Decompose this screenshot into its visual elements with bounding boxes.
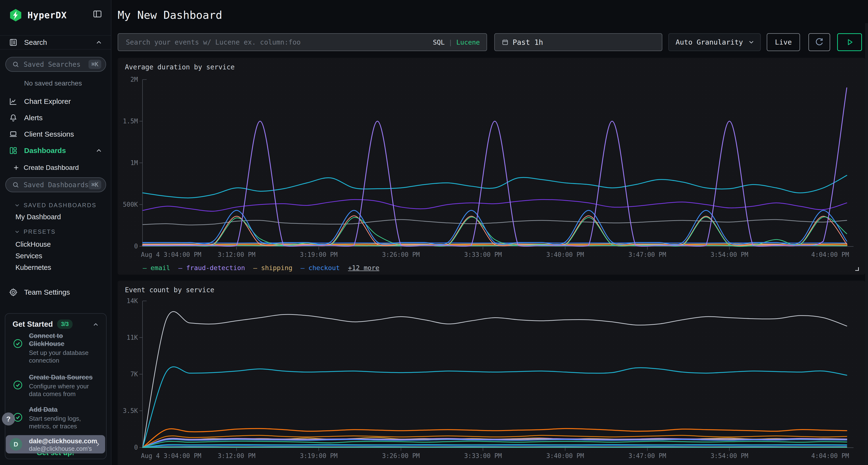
x-tick-mark	[483, 447, 483, 451]
presets-section-header[interactable]: PRESETS	[14, 228, 56, 235]
checklist-item-title: Create Data Sources	[29, 373, 99, 381]
x-tick-label: 3:47:00 PM	[628, 251, 666, 258]
sidebar-item-kubernetes[interactable]: Kubernetes	[16, 264, 51, 271]
user-org: dale@clickhouse.com's	[29, 445, 92, 452]
lucene-mode-button[interactable]: Lucene	[456, 38, 480, 46]
sidebar-collapse-icon[interactable]	[92, 9, 103, 19]
x-tick-label: 3:12:00 PM	[218, 251, 255, 258]
x-tick-mark	[401, 447, 401, 451]
run-query-button[interactable]	[837, 33, 862, 51]
sidebar-item-services[interactable]: Services	[16, 252, 42, 260]
chevron-up-icon[interactable]	[95, 38, 103, 46]
checklist-item-desc: Set up your database connection	[29, 349, 99, 365]
live-button[interactable]: Live	[767, 33, 800, 51]
sidebar-item-dashboards[interactable]: Dashboards	[0, 143, 111, 158]
event-search-input[interactable]: Search your events w/ Lucene ex. column:…	[118, 33, 487, 51]
saved-dashboards-input[interactable]: Saved Dashboards ⌘K	[5, 177, 106, 192]
brand-title: HyperDX	[28, 10, 67, 21]
refresh-button[interactable]	[808, 33, 830, 51]
shortcut-badge: ⌘K	[89, 180, 101, 189]
check-circle-icon	[12, 380, 23, 390]
series-line	[143, 439, 847, 447]
gear-icon	[9, 288, 18, 297]
time-range-picker[interactable]: Past 1h	[494, 33, 662, 51]
sidebar: HyperDX Search Saved Searches ⌘K No save…	[0, 0, 112, 465]
checklist-item-connect[interactable]: Connect to ClickHouse Set up your databa…	[12, 332, 99, 365]
chevron-right-icon	[94, 441, 101, 447]
create-dashboard-button[interactable]: Create Dashboard	[0, 161, 111, 174]
legend-item-email[interactable]: — email	[143, 264, 170, 271]
x-tick-mark	[565, 447, 565, 451]
sidebar-item-clickhouse[interactable]: ClickHouse	[16, 240, 51, 248]
sidebar-item-label: Dashboards	[24, 146, 66, 155]
get-started-progress-badge: 3/3	[57, 320, 72, 329]
checklist-item-desc: Start sending logs, metrics, or traces	[29, 414, 99, 430]
get-started-title: Get Started	[12, 320, 53, 329]
time-range-value: Past 1h	[513, 38, 543, 46]
chart-explorer-icon	[9, 97, 18, 106]
y-tick-label: 14K	[127, 297, 138, 304]
x-tick-mark	[318, 246, 319, 250]
x-tick-label: 4:04:00 PM	[811, 452, 849, 460]
y-tick-label: 2M	[130, 76, 138, 83]
y-tick-label: 11K	[127, 334, 138, 341]
plot-area[interactable]: 2M1.5M1M500K0Aug 4 3:04:00 PM3:12:00 PM3…	[143, 79, 847, 246]
x-tick-mark	[483, 246, 483, 250]
checklist-item-data-sources[interactable]: Create Data Sources Configure where your…	[12, 373, 99, 398]
get-started-header: Get Started 3/3	[12, 320, 72, 329]
checklist-item-add-data[interactable]: Add Data Start sending logs, metrics, or…	[12, 406, 99, 430]
live-label: Live	[775, 38, 792, 46]
sidebar-item-client-sessions[interactable]: Client Sessions	[0, 127, 111, 142]
legend-item-checkout[interactable]: — checkout	[301, 264, 340, 271]
sidebar-item-team-settings[interactable]: Team Settings	[0, 285, 111, 300]
play-icon	[845, 38, 854, 46]
x-tick-label: 3:33:00 PM	[464, 452, 502, 460]
x-tick-mark	[236, 246, 237, 250]
search-icon	[12, 181, 19, 189]
x-tick-label: 3:33:00 PM	[464, 251, 502, 258]
x-tick-label: 3:47:00 PM	[628, 452, 666, 460]
x-tick-label: Aug 4 3:04:00 PM	[141, 452, 201, 460]
avatar: D	[10, 438, 22, 451]
y-tick-mark	[140, 204, 142, 205]
x-tick-label: 3:54:00 PM	[711, 452, 748, 460]
plus-icon	[12, 164, 20, 171]
x-tick-mark	[565, 246, 565, 250]
y-tick-mark	[140, 374, 142, 374]
mode-divider: |	[448, 38, 452, 46]
x-tick-label: 4:04:00 PM	[811, 251, 849, 258]
legend-more-link[interactable]: +12 more	[348, 264, 379, 271]
checklist-item-title: Connect to ClickHouse	[29, 332, 99, 348]
help-button[interactable]: ?	[2, 412, 15, 426]
legend-item-fraud-detection[interactable]: — fraud-detection	[179, 264, 245, 271]
sidebar-item-alerts[interactable]: Alerts	[0, 110, 111, 125]
saved-dashboards-section-header[interactable]: SAVED DASHBOARDS	[14, 202, 96, 209]
sidebar-item-chart-explorer[interactable]: Chart Explorer	[0, 94, 111, 109]
chevron-up-icon[interactable]	[95, 147, 103, 155]
scrollbar[interactable]	[865, 23, 868, 465]
calendar-icon	[501, 38, 509, 46]
saved-searches-placeholder: Saved Searches	[24, 61, 81, 68]
user-menu[interactable]: D dale@clickhouse.com dale@clickhouse.co…	[6, 435, 105, 454]
app-root: HyperDX Search Saved Searches ⌘K No save…	[0, 0, 868, 465]
sql-mode-button[interactable]: SQL	[433, 38, 444, 46]
x-tick-label: 3:54:00 PM	[711, 251, 748, 258]
panel-resize-handle[interactable]	[855, 267, 859, 271]
chart-series-svg	[143, 79, 847, 246]
y-tick-label: 1M	[130, 159, 138, 166]
create-dashboard-label: Create Dashboard	[24, 164, 79, 171]
chart-legend: — email— fraud-detection— shipping— chec…	[143, 264, 379, 271]
sidebar-item-my-dashboard[interactable]: My Dashboard	[16, 213, 61, 221]
legend-item-shipping[interactable]: — shipping	[253, 264, 292, 271]
no-saved-searches-text: No saved searches	[24, 79, 82, 87]
x-tick-label: 3:40:00 PM	[546, 251, 584, 258]
plot-area[interactable]: 14K11K7K3.5K0Aug 4 3:04:00 PM3:12:00 PM3…	[143, 301, 847, 447]
chart-panel-avg-duration: Average duration by service 2M1.5M1M500K…	[118, 58, 865, 275]
granularity-select[interactable]: Auto Granularity	[669, 33, 761, 51]
chevron-up-icon[interactable]	[92, 321, 99, 328]
sidebar-item-search[interactable]: Search	[0, 35, 111, 49]
chart-series-svg	[143, 301, 847, 447]
saved-searches-input[interactable]: Saved Searches ⌘K	[5, 57, 106, 72]
refresh-icon	[814, 37, 824, 47]
bell-icon	[9, 113, 18, 122]
